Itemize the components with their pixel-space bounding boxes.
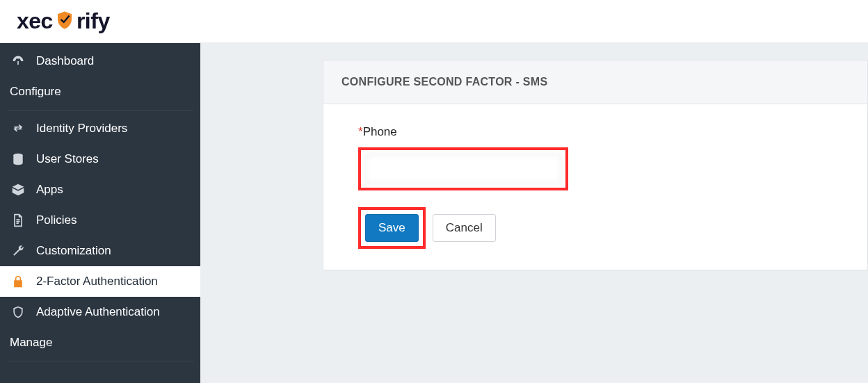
- sidebar-item-label: User Stores: [36, 152, 99, 166]
- phone-input-highlight: [358, 147, 568, 190]
- brand-logo[interactable]: xec rify: [17, 8, 110, 34]
- document-icon: [10, 213, 26, 227]
- sidebar-item-identity-providers[interactable]: Identity Providers: [0, 113, 200, 144]
- sidebar-item-apps[interactable]: Apps: [0, 174, 200, 205]
- sidebar-item-label: Policies: [36, 213, 77, 227]
- sidebar-section-manage: Manage: [0, 327, 200, 358]
- card-body: *Phone Save Cancel: [323, 104, 867, 270]
- sidebar-section-configure: Configure: [0, 76, 200, 107]
- box-icon: [10, 183, 26, 197]
- shield-icon: [54, 10, 75, 33]
- button-row: Save Cancel: [358, 207, 839, 249]
- phone-label: Phone: [363, 125, 397, 138]
- sidebar-divider: [7, 361, 193, 361]
- sidebar-item-label: 2-Factor Authentication: [36, 275, 158, 288]
- cancel-button[interactable]: Cancel: [433, 214, 496, 242]
- sidebar-item-label: Identity Providers: [36, 122, 127, 136]
- svg-point-2: [20, 58, 22, 60]
- sidebar-item-label: Apps: [36, 183, 63, 197]
- sidebar-item-dashboard[interactable]: Dashboard: [0, 46, 200, 76]
- sidebar-item-label: Adaptive Authentication: [36, 305, 160, 319]
- content-area: CONFIGURE SECOND FACTOR - SMS *Phone Sav…: [200, 43, 868, 383]
- sidebar-divider: [7, 110, 193, 111]
- wrench-icon: [10, 244, 26, 258]
- swap-icon: [10, 122, 26, 136]
- top-bar: xec rify: [0, 0, 868, 43]
- sidebar-item-label: Dashboard: [36, 54, 94, 68]
- dashboard-icon: [10, 54, 26, 68]
- logo-text-after: rify: [77, 8, 110, 34]
- sidebar-item-adaptive-auth[interactable]: Adaptive Authentication: [0, 297, 200, 327]
- svg-point-0: [15, 58, 16, 60]
- sidebar-item-customization[interactable]: Customization: [0, 236, 200, 266]
- sidebar-item-user-stores[interactable]: User Stores: [0, 144, 200, 174]
- sidebar: Dashboard Configure Identity Providers U…: [0, 43, 200, 383]
- lock-icon: [10, 275, 26, 288]
- phone-label-line: *Phone: [358, 125, 839, 139]
- logo-text-before: xec: [17, 8, 53, 34]
- sidebar-item-policies[interactable]: Policies: [0, 205, 200, 236]
- phone-field[interactable]: [365, 154, 561, 184]
- sidebar-item-2fa[interactable]: 2-Factor Authentication: [0, 266, 200, 297]
- shield-outline-icon: [10, 305, 26, 319]
- config-card: CONFIGURE SECOND FACTOR - SMS *Phone Sav…: [323, 60, 868, 270]
- sidebar-item-label: Customization: [36, 244, 111, 258]
- card-title: CONFIGURE SECOND FACTOR - SMS: [323, 60, 867, 104]
- save-button-highlight: Save: [358, 207, 426, 249]
- required-mark: *: [358, 125, 363, 138]
- database-icon: [10, 152, 26, 166]
- svg-point-1: [17, 58, 19, 59]
- save-button[interactable]: Save: [365, 214, 419, 242]
